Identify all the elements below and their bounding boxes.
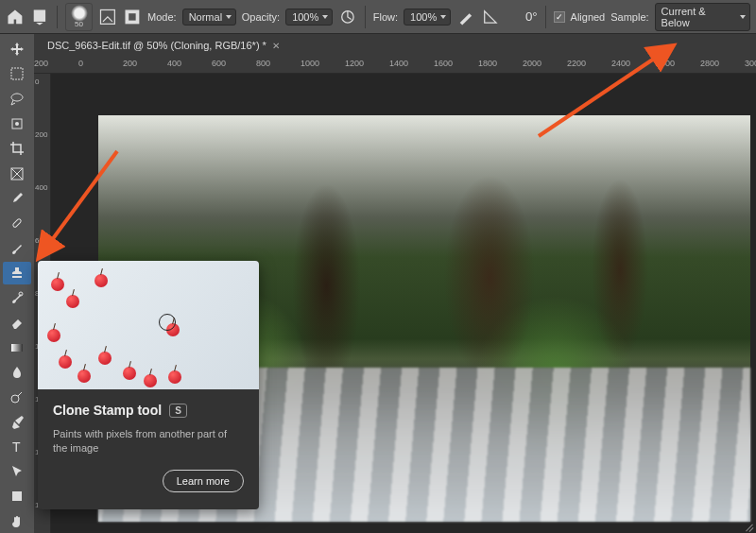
svg-rect-0 <box>34 9 45 21</box>
flow-dropdown[interactable]: 100% <box>404 9 451 26</box>
tooltip-preview-image <box>38 261 259 389</box>
document-tab-title: DSC_9663-Edit.tif @ 50% (Cloning, RGB/16… <box>47 40 266 51</box>
airbrush-icon[interactable] <box>456 8 475 26</box>
tooltip-title: Clone Stamp tool <box>53 403 162 418</box>
mode-dropdown[interactable]: Normal <box>182 9 236 26</box>
opacity-pressure-icon[interactable] <box>338 8 357 26</box>
brush-size-label: 50 <box>75 20 83 28</box>
history-brush-tool[interactable] <box>3 286 31 309</box>
lasso-tool[interactable] <box>3 88 31 111</box>
dodge-tool[interactable] <box>3 386 31 408</box>
aligned-label: Aligned <box>571 11 606 23</box>
svg-line-16 <box>539 47 671 136</box>
tool-tooltip: Clone Stamp tool S Paints with pixels fr… <box>38 261 259 509</box>
svg-rect-11 <box>11 344 23 352</box>
opacity-dropdown[interactable]: 100% <box>285 9 333 26</box>
close-icon[interactable]: ✕ <box>272 41 280 51</box>
tooltip-description: Paints with pixels from another part of … <box>53 427 244 456</box>
clone-stamp-tool[interactable] <box>3 262 31 284</box>
pen-tool[interactable] <box>3 410 31 433</box>
gradient-tool[interactable] <box>3 336 31 359</box>
sample-label: Sample: <box>610 11 648 23</box>
svg-line-15 <box>49 151 117 244</box>
brush-preset[interactable]: 50 <box>65 3 94 31</box>
sample-cursor-icon <box>159 314 176 331</box>
type-tool[interactable]: T <box>3 436 31 458</box>
learn-more-button[interactable]: Learn more <box>163 470 244 492</box>
resize-handle-icon[interactable] <box>741 518 754 531</box>
opacity-label: Opacity: <box>242 11 280 23</box>
home-icon[interactable] <box>6 8 25 26</box>
annotation-arrow-right <box>529 42 680 149</box>
crop-tool[interactable] <box>3 137 31 160</box>
svg-text:T: T <box>12 439 21 455</box>
shape-tool[interactable] <box>3 485 31 507</box>
path-select-tool[interactable] <box>3 460 31 483</box>
document-tab[interactable]: DSC_9663-Edit.tif @ 50% (Cloning, RGB/16… <box>38 36 289 55</box>
sample-dropdown[interactable]: Current & Below <box>655 3 750 31</box>
brush-tool[interactable] <box>3 236 31 259</box>
angle-input[interactable] <box>506 9 538 24</box>
options-bar: 50 Mode: Normal Opacity: 100% Flow: 100%… <box>0 0 756 34</box>
move-tool[interactable] <box>3 38 31 60</box>
object-select-tool[interactable] <box>3 112 31 135</box>
svg-rect-5 <box>11 68 23 79</box>
toolbox: T <box>0 34 34 533</box>
eyedropper-tool[interactable] <box>3 187 31 210</box>
tooltip-shortcut: S <box>169 404 187 418</box>
svg-rect-9 <box>12 218 22 228</box>
flow-label: Flow: <box>373 11 398 23</box>
clone-source-icon[interactable] <box>123 8 142 26</box>
frame-tool[interactable] <box>3 162 31 184</box>
tool-preset-picker[interactable] <box>30 8 49 26</box>
eraser-tool[interactable] <box>3 311 31 334</box>
svg-rect-14 <box>12 491 22 501</box>
svg-rect-3 <box>129 13 135 20</box>
marquee-tool[interactable] <box>3 62 31 85</box>
brush-panel-icon[interactable] <box>98 8 117 26</box>
svg-point-7 <box>15 122 19 126</box>
mode-label: Mode: <box>147 11 177 23</box>
blur-tool[interactable] <box>3 361 31 384</box>
annotation-arrow-left <box>42 142 127 259</box>
svg-point-12 <box>11 395 19 403</box>
aligned-checkbox[interactable]: ✓ <box>554 11 565 23</box>
hand-tool[interactable] <box>3 510 31 533</box>
angle-icon[interactable] <box>481 8 500 26</box>
healing-tool[interactable] <box>3 212 31 234</box>
